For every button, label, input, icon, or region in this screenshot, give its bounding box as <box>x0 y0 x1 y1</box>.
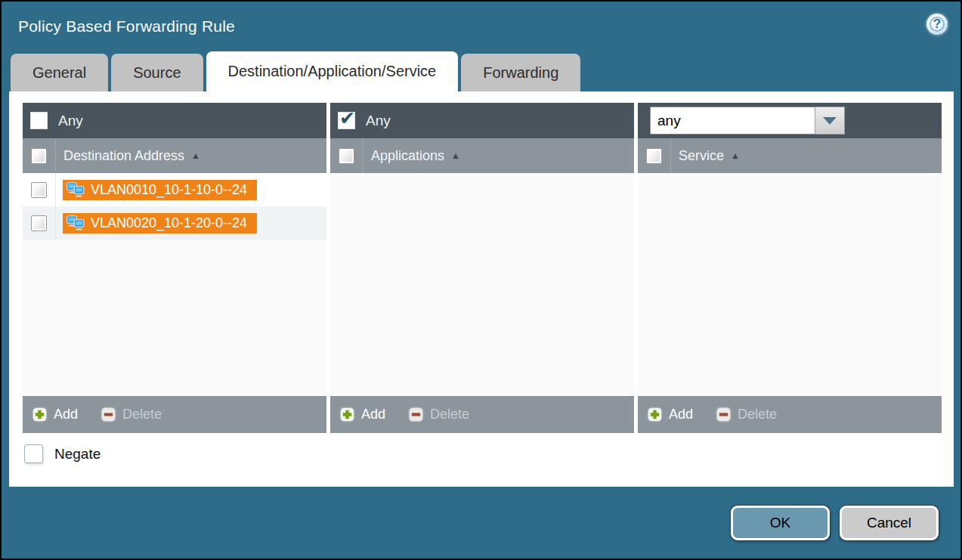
row-checkbox[interactable] <box>31 182 47 198</box>
table-row[interactable]: VLAN0010_10-1-10-0--24 <box>23 173 326 206</box>
add-plus-icon <box>32 407 48 422</box>
destination-address-panel: Any Destination Address ▲ <box>23 103 326 433</box>
tab-destination-application-service[interactable]: Destination/Application/Service <box>206 51 459 91</box>
help-icon[interactable]: ? <box>926 14 948 35</box>
tab-forwarding-label: Forwarding <box>483 64 558 82</box>
sort-asc-icon[interactable]: ▲ <box>731 150 740 161</box>
add-button[interactable]: Add <box>647 407 693 422</box>
address-object-chip[interactable]: VLAN0010_10-1-10-0--24 <box>63 180 257 200</box>
dialog-title: Policy Based Forwarding Rule <box>18 17 235 36</box>
help-icon-glyph: ? <box>933 17 941 32</box>
cancel-button[interactable]: Cancel <box>840 506 939 540</box>
negate-checkbox[interactable] <box>24 444 43 463</box>
address-object-label: VLAN0020_10-1-20-0--24 <box>91 215 247 231</box>
add-plus-icon <box>339 407 355 422</box>
applications-header-gutter <box>330 138 363 173</box>
delete-minus-icon <box>101 407 116 422</box>
add-button-label: Add <box>361 407 385 422</box>
destination-toolbar: Add Delete <box>23 396 326 433</box>
applications-any-bar: Any <box>330 103 634 138</box>
negate-label: Negate <box>54 446 101 463</box>
service-dropdown[interactable]: any <box>650 107 845 135</box>
applications-header-label: Applications <box>371 148 444 164</box>
address-object-chip[interactable]: VLAN0020_10-1-20-0--24 <box>63 213 257 234</box>
delete-minus-icon <box>408 407 424 422</box>
row-gutter <box>23 206 56 240</box>
tab-strip: General Source Destination/Application/S… <box>11 51 580 91</box>
service-header-label: Service <box>679 148 724 164</box>
service-dropdown-button[interactable] <box>815 107 845 135</box>
destination-header-label: Destination Address <box>63 148 184 164</box>
network-address-icon <box>67 182 85 198</box>
chevron-down-icon <box>823 117 837 125</box>
service-column-header[interactable]: Service ▲ <box>638 138 942 173</box>
destination-list: VLAN0010_10-1-10-0--24 <box>23 173 326 396</box>
add-button-label: Add <box>669 407 693 422</box>
negate-row: Negate <box>24 444 954 463</box>
delete-button[interactable]: Delete <box>716 407 777 422</box>
applications-panel: Any Applications ▲ Add <box>330 103 634 433</box>
sort-asc-icon[interactable]: ▲ <box>451 150 460 161</box>
delete-button[interactable]: Delete <box>408 407 469 422</box>
applications-select-all-checkbox[interactable] <box>339 148 354 164</box>
tab-destination-label: Destination/Application/Service <box>228 63 437 80</box>
tab-source-label: Source <box>133 64 181 82</box>
destination-column-header[interactable]: Destination Address ▲ <box>23 138 326 173</box>
add-button[interactable]: Add <box>339 407 385 422</box>
table-row[interactable]: VLAN0020_10-1-20-0--24 <box>23 206 326 240</box>
applications-list <box>330 173 634 396</box>
panels-container: Any Destination Address ▲ <box>9 91 954 433</box>
delete-button-label: Delete <box>738 407 777 422</box>
applications-any-checkbox[interactable] <box>338 112 355 129</box>
destination-header-gutter <box>23 138 56 173</box>
sort-asc-icon[interactable]: ▲ <box>191 150 200 161</box>
applications-column-header[interactable]: Applications ▲ <box>330 138 634 173</box>
row-checkbox[interactable] <box>31 215 47 231</box>
service-list <box>638 173 942 396</box>
tab-content-area: Any Destination Address ▲ <box>9 91 954 487</box>
service-select-all-checkbox[interactable] <box>646 148 662 164</box>
service-toolbar: Add Delete <box>638 396 942 433</box>
service-panel: any Service ▲ <box>638 103 942 433</box>
add-button[interactable]: Add <box>32 407 78 422</box>
service-header-gutter <box>638 138 671 173</box>
destination-select-all-checkbox[interactable] <box>31 148 47 164</box>
destination-any-label: Any <box>58 113 83 129</box>
network-address-icon <box>67 215 85 231</box>
policy-based-forwarding-dialog: Policy Based Forwarding Rule ? General S… <box>0 0 962 560</box>
address-object-label: VLAN0010_10-1-10-0--24 <box>91 182 247 198</box>
delete-button-label: Delete <box>122 407 162 422</box>
add-button-label: Add <box>54 407 78 422</box>
add-plus-icon <box>647 407 663 422</box>
tab-general[interactable]: General <box>11 54 108 91</box>
row-gutter <box>23 173 56 206</box>
service-dropdown-bar: any <box>638 103 942 138</box>
tab-source[interactable]: Source <box>111 54 203 91</box>
tab-general-label: General <box>32 64 86 82</box>
delete-button-label: Delete <box>430 407 469 422</box>
applications-any-label: Any <box>366 113 391 129</box>
destination-any-checkbox[interactable] <box>30 112 48 129</box>
delete-minus-icon <box>716 407 732 422</box>
dialog-footer: OK Cancel <box>2 487 960 558</box>
tab-forwarding[interactable]: Forwarding <box>461 54 580 91</box>
ok-button[interactable]: OK <box>731 506 830 540</box>
service-dropdown-value[interactable]: any <box>650 107 815 135</box>
destination-any-bar: Any <box>23 103 326 138</box>
delete-button[interactable]: Delete <box>101 407 162 422</box>
applications-toolbar: Add Delete <box>330 396 634 433</box>
